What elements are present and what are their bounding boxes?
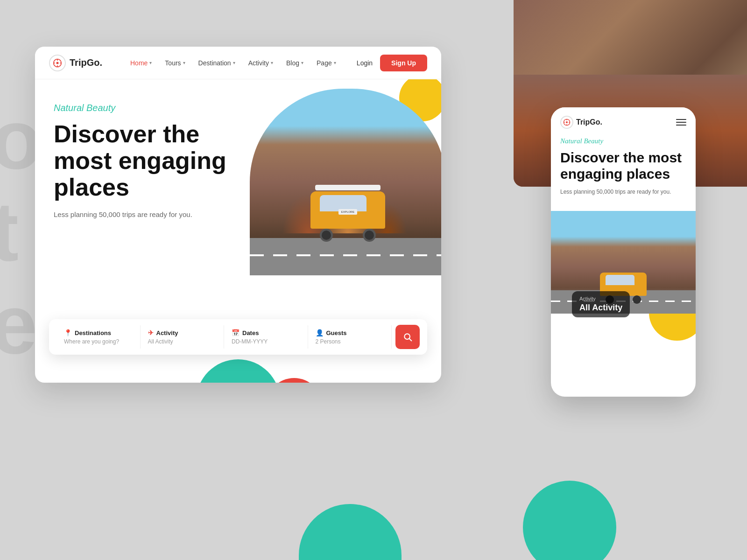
chevron-down-icon: ▾: [271, 60, 273, 65]
mobile-hero: Natural Beauty Discover the most engagin…: [551, 137, 696, 211]
nav-activity[interactable]: Activity ▾: [248, 59, 273, 67]
nav-home[interactable]: Home ▾: [130, 59, 152, 67]
teal-semicircle: [196, 359, 280, 383]
dates-label: 📅 Dates: [232, 329, 300, 336]
mobile-desc: Less planning 50,000 trips are ready for…: [560, 188, 686, 196]
hamburger-menu[interactable]: [676, 119, 686, 126]
nav-blog[interactable]: Blog ▾: [286, 59, 303, 67]
svg-point-9: [566, 121, 568, 123]
mobile-subtitle: Natural Beauty: [560, 137, 686, 145]
destination-field[interactable]: 📍 Destinations Where are you going?: [56, 325, 141, 349]
hero-subtitle: Natural Beauty: [54, 103, 423, 113]
guests-label: 👤 Guests: [316, 329, 384, 336]
chevron-down-icon: ▾: [233, 60, 235, 65]
road-markings: [250, 254, 441, 256]
search-button[interactable]: [395, 325, 420, 349]
chevron-down-icon: ▾: [301, 60, 303, 65]
mobile-title: Discover the most engaging places: [560, 150, 686, 182]
activity-value: All Activity: [148, 338, 217, 345]
svg-line-7: [409, 339, 412, 341]
mobile-logo-icon: [560, 116, 573, 129]
van-wheel-right: [363, 229, 376, 242]
logo-text: TripGo.: [70, 57, 102, 68]
calendar-icon: 📅: [232, 329, 240, 336]
activity-badge-value: All Activity: [579, 303, 622, 313]
hamburger-line: [676, 122, 686, 123]
hero-description: Less planning 50,000 trips are ready for…: [54, 210, 423, 218]
nav-tours[interactable]: Tours ▾: [165, 59, 185, 67]
van-roof-rack: [315, 185, 381, 190]
search-bar: 📍 Destinations Where are you going? ✈ Ac…: [49, 319, 427, 355]
mobile-logo-text: TripGo.: [576, 118, 602, 126]
destination-label: 📍 Destinations: [64, 329, 133, 336]
mobile-van-wheel-right: [633, 295, 641, 304]
mobile-card: TripGo. Natural Beauty Discover the most…: [551, 107, 696, 397]
mobile-logo[interactable]: TripGo.: [560, 116, 602, 129]
mobile-van-window: [606, 275, 634, 285]
nav-actions: Login Sign Up: [357, 55, 427, 71]
decoration-teal: [299, 504, 402, 560]
chevron-down-icon: ▾: [149, 60, 152, 65]
activity-badge: Activity All Activity: [572, 291, 630, 317]
decoration-teal-2: [523, 481, 616, 560]
dates-value: DD-MM-YYYY: [232, 338, 300, 345]
guests-field[interactable]: 👤 Guests 2 Persons: [308, 325, 392, 349]
search-icon: [403, 332, 412, 342]
logo-icon: [49, 55, 66, 71]
chevron-down-icon: ▾: [334, 60, 336, 65]
destination-icon: 📍: [64, 329, 72, 336]
login-button[interactable]: Login: [357, 59, 373, 67]
guests-icon: 👤: [316, 329, 324, 336]
dates-field[interactable]: 📅 Dates DD-MM-YYYY: [224, 325, 308, 349]
hero-section: EXPLORE Natural Beauty Discover the most…: [35, 79, 441, 383]
signup-button[interactable]: Sign Up: [380, 55, 427, 71]
hero-image: EXPLORE: [250, 89, 441, 275]
destination-value: Where are you going?: [64, 338, 133, 345]
mobile-navbar: TripGo.: [551, 107, 696, 137]
activity-badge-title: Activity: [579, 296, 622, 301]
logo[interactable]: TripGo.: [49, 55, 102, 71]
nav-page[interactable]: Page ▾: [317, 59, 336, 67]
chevron-down-icon: ▾: [183, 60, 185, 65]
road: [250, 238, 441, 275]
hamburger-line: [676, 125, 686, 126]
svg-point-1: [56, 62, 59, 64]
hero-title: Discover the most engaging places: [54, 121, 259, 201]
activity-label: ✈ Activity: [148, 329, 217, 336]
desktop-card: TripGo. Home ▾ Tours ▾ Destination ▾ Act…: [35, 47, 441, 383]
navbar: TripGo. Home ▾ Tours ▾ Destination ▾ Act…: [35, 47, 441, 79]
hamburger-line: [676, 119, 686, 120]
van-wheel-left: [320, 229, 333, 242]
guests-value: 2 Persons: [316, 338, 384, 345]
activity-icon: ✈: [148, 329, 154, 336]
nav-destination[interactable]: Destination ▾: [198, 59, 235, 67]
nav-links: Home ▾ Tours ▾ Destination ▾ Activity ▾ …: [130, 59, 357, 67]
activity-field[interactable]: ✈ Activity All Activity: [141, 325, 225, 349]
